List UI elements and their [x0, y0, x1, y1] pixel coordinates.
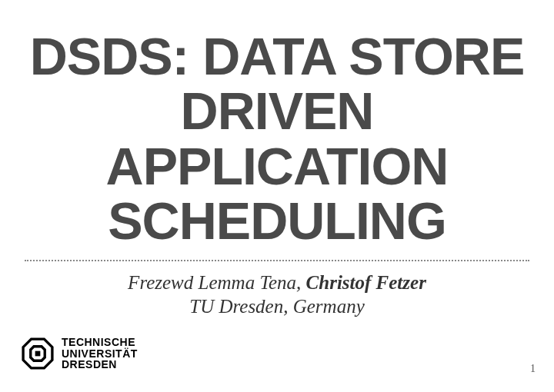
author-name: Frezewd Lemma Tena, — [128, 272, 305, 293]
logo-text-line-3: DRESDEN — [62, 359, 138, 370]
institution-logo: TECHNISCHE UNIVERSITÄT DRESDEN — [22, 337, 138, 370]
tu-dresden-logo-icon — [22, 337, 54, 370]
logo-text-line-2: UNIVERSITÄT — [62, 348, 138, 360]
institution-name: TECHNISCHE UNIVERSITÄT DRESDEN — [62, 337, 138, 370]
slide: DSDS: DATA STORE DRIVEN APPLICATION SCHE… — [0, 0, 554, 392]
svg-rect-2 — [35, 351, 41, 357]
page-number: 1 — [530, 363, 536, 375]
divider — [25, 260, 529, 261]
affiliation: TU Dresden, Germany — [23, 294, 531, 318]
slide-title: DSDS: DATA STORE DRIVEN APPLICATION SCHE… — [23, 29, 531, 249]
presenter-name: Christof Fetzer — [306, 272, 426, 293]
authors-line-1: Frezewd Lemma Tena, Christof Fetzer — [23, 271, 531, 294]
authors-block: Frezewd Lemma Tena, Christof Fetzer TU D… — [23, 271, 531, 319]
logo-text-line-1: TECHNISCHE — [62, 337, 138, 348]
